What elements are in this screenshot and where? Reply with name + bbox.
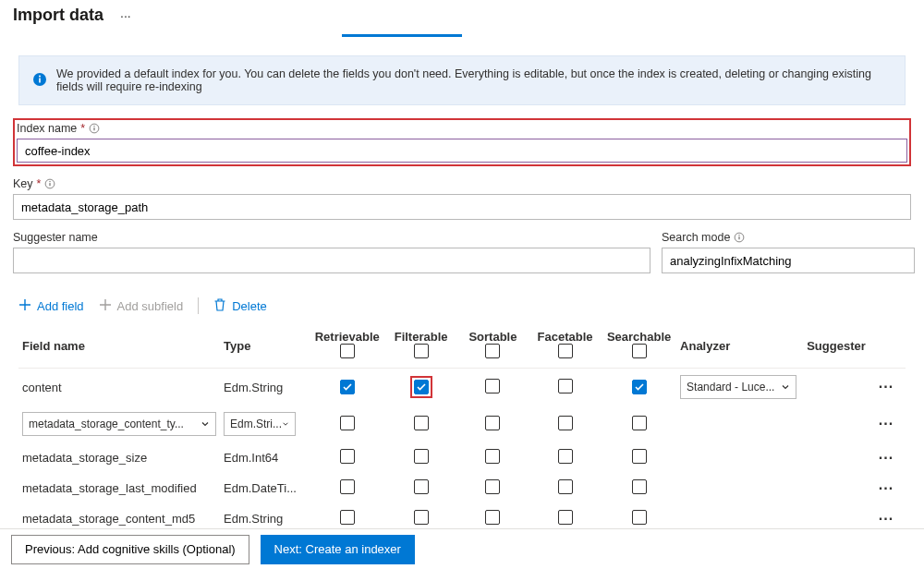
row-more-icon[interactable]: ··· [873, 416, 899, 431]
col-filterable: Filterable [388, 330, 454, 344]
type-value: Edm.String [224, 381, 283, 394]
checkbox[interactable] [558, 510, 573, 525]
checkbox[interactable] [414, 449, 429, 464]
plus-icon [99, 298, 112, 314]
checkbox[interactable] [558, 379, 573, 393]
row-more-icon[interactable]: ··· [873, 480, 899, 496]
svg-point-2 [39, 75, 41, 77]
col-suggester: Suggester [803, 323, 869, 369]
info-icon[interactable] [44, 178, 55, 189]
col-retrievable: Retrievable [313, 330, 381, 344]
checkbox[interactable] [632, 510, 647, 525]
svg-point-11 [739, 235, 740, 236]
searchable-all-checkbox[interactable] [632, 344, 647, 358]
info-text: We provided a default index for you. You… [56, 67, 892, 93]
field-name-dropdown[interactable]: metadata_storage_content_ty... [22, 412, 216, 436]
table-row: metadata_storage_content_ty...Edm.Stri..… [18, 406, 906, 442]
trash-icon [213, 298, 226, 314]
separator [198, 297, 199, 314]
key-input[interactable] [13, 194, 911, 220]
checkbox[interactable] [414, 510, 429, 525]
checkbox[interactable] [632, 479, 647, 494]
row-more-icon[interactable]: ··· [873, 379, 899, 394]
col-sortable: Sortable [461, 330, 525, 344]
type-value: Edm.Int64 [224, 451, 278, 465]
type-dropdown[interactable]: Edm.Stri... [224, 412, 296, 436]
index-name-input[interactable] [17, 139, 907, 163]
checkbox[interactable] [485, 416, 500, 430]
checkbox[interactable] [558, 416, 573, 430]
table-row: contentEdm.StringStandard - Luce...··· [18, 369, 906, 406]
svg-point-5 [94, 126, 95, 127]
suggester-label: Suggester name [13, 231, 98, 244]
search-mode-label: Search mode [662, 231, 730, 244]
row-more-icon[interactable]: ··· [873, 450, 899, 466]
next-button[interactable]: Next: Create an indexer [261, 535, 415, 564]
field-name: metadata_storage_last_modified [22, 481, 197, 495]
key-label: Key [13, 177, 33, 190]
active-tab-indicator [342, 34, 462, 37]
delete-label: Delete [232, 299, 267, 313]
col-field-name: Field name [18, 323, 220, 369]
info-icon[interactable] [734, 232, 745, 243]
search-mode-input[interactable] [662, 248, 915, 273]
checkbox[interactable] [632, 416, 647, 430]
checkbox[interactable] [340, 416, 355, 430]
checkbox[interactable] [632, 380, 647, 394]
add-field-button[interactable]: Add field [18, 298, 84, 314]
info-icon [32, 72, 47, 90]
previous-button[interactable]: Previous: Add cognitive skills (Optional… [11, 535, 249, 564]
checkbox[interactable] [485, 379, 500, 393]
retrievable-all-checkbox[interactable] [340, 344, 355, 358]
filterable-all-checkbox[interactable] [414, 344, 429, 358]
info-icon[interactable] [89, 123, 100, 134]
facetable-all-checkbox[interactable] [558, 344, 573, 358]
checkbox[interactable] [485, 510, 500, 525]
svg-rect-4 [94, 127, 95, 130]
field-name: metadata_storage_size [22, 451, 147, 465]
delete-button[interactable]: Delete [213, 298, 267, 314]
svg-rect-10 [739, 236, 740, 239]
checkbox[interactable] [632, 449, 647, 464]
type-value: Edm.String [224, 512, 283, 526]
analyzer-dropdown[interactable]: Standard - Luce... [680, 375, 796, 399]
page-title: Import data [13, 6, 103, 25]
index-name-label: Index name [17, 122, 77, 135]
col-searchable: Searchable [605, 330, 673, 344]
add-subfield-button: Add subfield [99, 298, 184, 314]
checkbox[interactable] [485, 449, 500, 464]
checkbox[interactable] [414, 479, 429, 494]
col-facetable: Facetable [532, 330, 598, 344]
svg-rect-1 [39, 78, 41, 82]
svg-rect-7 [50, 183, 51, 186]
checkbox[interactable] [414, 380, 429, 394]
table-row: metadata_storage_sizeEdm.Int64··· [18, 442, 906, 473]
field-name: metadata_storage_content_md5 [22, 512, 195, 526]
required-mark: * [37, 177, 42, 190]
index-name-highlight: Index name * [13, 118, 911, 166]
table-row: metadata_storage_last_modifiedEdm.DateTi… [18, 473, 906, 503]
checkbox[interactable] [414, 416, 429, 430]
row-more-icon[interactable]: ··· [873, 511, 899, 527]
required-mark: * [80, 122, 85, 135]
checkbox[interactable] [340, 510, 355, 525]
col-type: Type [220, 323, 310, 369]
col-analyzer: Analyzer [676, 323, 803, 369]
filterable-highlight [410, 376, 432, 398]
checkbox[interactable] [485, 479, 500, 494]
info-banner: We provided a default index for you. You… [18, 55, 906, 105]
add-subfield-label: Add subfield [117, 299, 184, 313]
suggester-input[interactable] [13, 248, 650, 273]
more-menu[interactable]: ··· [115, 6, 137, 25]
sortable-all-checkbox[interactable] [485, 344, 500, 358]
checkbox[interactable] [340, 380, 355, 394]
svg-point-8 [50, 181, 51, 182]
checkbox[interactable] [558, 449, 573, 464]
checkbox[interactable] [558, 479, 573, 494]
plus-icon [18, 298, 31, 314]
field-name: content [22, 381, 62, 394]
type-value: Edm.DateTi... [224, 481, 297, 495]
checkbox[interactable] [340, 479, 355, 494]
add-field-label: Add field [37, 299, 84, 313]
checkbox[interactable] [340, 449, 355, 464]
